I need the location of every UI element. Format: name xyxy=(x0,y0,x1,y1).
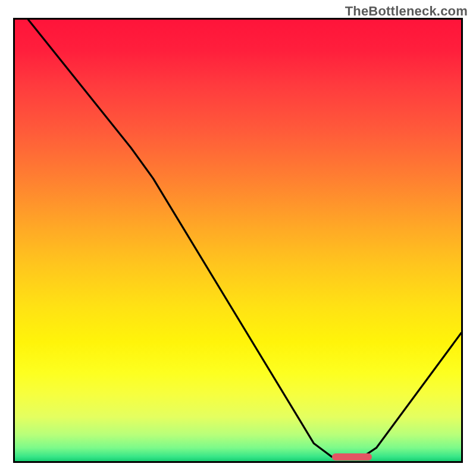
chart-curve xyxy=(15,20,461,461)
chart-frame xyxy=(13,18,463,463)
watermark-text: TheBottleneck.com xyxy=(345,4,468,19)
optimal-range-marker xyxy=(332,453,372,461)
